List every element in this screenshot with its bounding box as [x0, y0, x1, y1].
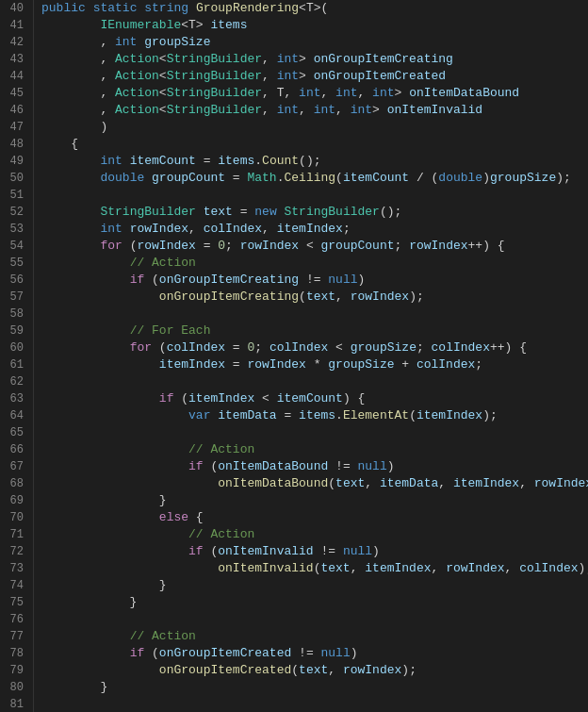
token-type: IEnumerable: [100, 18, 181, 32]
token-param: itemIndex: [416, 408, 482, 422]
token-plain: =: [277, 408, 299, 422]
code-line: if (onItemDataBound != null): [41, 458, 588, 475]
token-plain: ): [482, 171, 490, 185]
token-plain: ;: [225, 239, 240, 253]
code-line: IEnumerable<T> items: [41, 17, 588, 34]
token-type: StringBuilder: [285, 205, 380, 219]
token-kw: int: [115, 35, 137, 49]
token-method: onItemDataBound: [218, 476, 328, 490]
token-kw2: if: [159, 391, 174, 406]
token-plain: (: [204, 459, 219, 473]
token-plain: [41, 256, 130, 270]
token-param: itemData: [380, 476, 438, 490]
token-kw: int: [100, 154, 122, 168]
token-kw: new: [254, 205, 276, 219]
code-line: int rowIndex, colIndex, itemIndex;: [41, 221, 588, 238]
token-param: colIndex: [416, 357, 475, 372]
line-number: 60: [0, 339, 27, 356]
token-plain: );: [579, 561, 588, 575]
line-number: 62: [0, 373, 27, 390]
code-line: if (onGroupItemCreating != null): [41, 272, 588, 289]
code-line: , Action<StringBuilder, T, int, int, int…: [41, 85, 588, 102]
token-plain: ,: [262, 222, 277, 236]
code-area: public static string GroupRendering<T>( …: [34, 0, 588, 712]
token-plain: }: [41, 680, 107, 694]
token-param: itemIndex: [277, 222, 343, 236]
token-param: items: [218, 154, 254, 168]
token-plain: [41, 408, 188, 422]
token-kw: double: [438, 171, 482, 185]
token-plain: >: [372, 103, 387, 117]
token-plain: ,: [41, 35, 115, 49]
token-param: items: [299, 408, 335, 422]
line-number: 61: [0, 356, 27, 373]
code-line: }: [41, 594, 588, 611]
token-plain: }: [41, 493, 167, 507]
token-type: StringBuilder: [167, 52, 262, 66]
token-plain: ,: [41, 52, 115, 66]
token-plain: [41, 239, 100, 253]
token-plain: <: [159, 69, 167, 83]
token-num: 0: [218, 239, 225, 253]
code-line: }: [41, 492, 588, 509]
code-line: // Action: [41, 441, 588, 458]
code-line: }: [41, 577, 588, 594]
token-plain: ): [358, 273, 366, 287]
token-plain: [41, 154, 100, 168]
code-line: if (onGroupItemCreated != null): [41, 645, 588, 662]
token-method: onItemInvalid: [218, 561, 313, 575]
token-kw: int: [335, 86, 357, 100]
code-line: , Action<StringBuilder, int, int, int> o…: [41, 102, 588, 119]
token-plain: ++) {: [490, 340, 527, 355]
token-param: text: [299, 663, 328, 677]
token-param: rowIndex: [130, 222, 188, 236]
token-param: itemCount: [277, 391, 343, 406]
token-plain: <: [328, 340, 350, 355]
token-plain: ,: [41, 69, 115, 83]
token-param: onGroupItemCreating: [159, 273, 299, 287]
token-kw: string: [144, 1, 188, 15]
line-number: 79: [0, 662, 27, 679]
token-plain: ) {: [343, 391, 365, 406]
token-kw2: else: [159, 510, 188, 524]
token-plain: ,: [41, 86, 115, 100]
token-kw: int: [372, 86, 394, 100]
code-line: , int groupSize: [41, 34, 588, 51]
token-plain: ): [372, 544, 380, 558]
code-line: onItemInvalid(text, itemIndex, rowIndex,…: [41, 560, 588, 577]
token-plain: [41, 391, 159, 406]
token-plain: ,: [328, 663, 343, 677]
line-number: 73: [0, 560, 27, 577]
line-number: 77: [0, 628, 27, 645]
token-plain: ,: [438, 476, 453, 490]
token-plain: ;: [475, 357, 482, 372]
token-plain: [41, 629, 130, 643]
token-param: onItemDataBound: [409, 86, 519, 100]
token-plain: .: [277, 171, 285, 185]
token-plain: ,: [299, 103, 314, 117]
token-param: text: [306, 290, 335, 304]
token-param: onItemInvalid: [387, 103, 482, 117]
code-editor: 4041424344454647484950515253545556575859…: [0, 0, 588, 712]
token-plain: (: [122, 239, 138, 253]
token-plain: +: [395, 357, 416, 372]
line-number: 74: [0, 577, 27, 594]
token-kw2: if: [188, 459, 204, 473]
token-plain: ++) {: [468, 239, 505, 253]
token-param: onGroupItemCreated: [314, 69, 446, 83]
token-kw: public: [41, 1, 86, 15]
line-number: 76: [0, 611, 27, 628]
token-param: groupSize: [144, 35, 210, 49]
token-plain: >: [299, 52, 314, 66]
token-kw: int: [100, 222, 122, 236]
token-plain: <: [159, 86, 167, 100]
line-number: 69: [0, 492, 27, 509]
line-number: 41: [0, 17, 27, 34]
token-param: itemData: [218, 408, 276, 422]
line-number: 52: [0, 204, 27, 221]
code-line: [41, 611, 588, 628]
token-plain: [122, 222, 130, 236]
code-line: if (onItemInvalid != null): [41, 543, 588, 560]
token-plain: [41, 476, 218, 490]
line-number: 68: [0, 475, 27, 492]
